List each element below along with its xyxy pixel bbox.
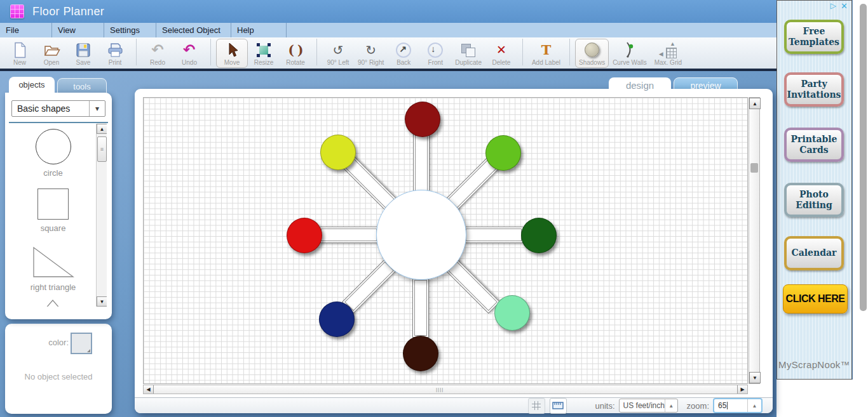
node-circle-east[interactable] bbox=[521, 218, 557, 253]
grid-toggle-button[interactable] bbox=[528, 398, 545, 414]
send-back-button[interactable]: ↗ Back bbox=[388, 39, 419, 68]
scrollbar-grip-icon[interactable]: |||| bbox=[436, 387, 444, 392]
partial-shape-icon bbox=[44, 299, 63, 307]
spinner-up-icon: ▲ bbox=[747, 399, 761, 412]
toolbar-separator bbox=[316, 39, 317, 65]
myscrapnook-logo: MyScrapNook™ bbox=[777, 359, 851, 370]
toolbar-separator bbox=[136, 39, 137, 65]
shape-item-circle[interactable]: circle bbox=[10, 129, 96, 178]
resize-button[interactable]: Resize bbox=[248, 39, 280, 68]
tab-objects[interactable]: objects bbox=[9, 77, 55, 95]
shadows-icon bbox=[585, 43, 599, 57]
save-button[interactable]: Save bbox=[67, 39, 99, 68]
toolbar-bottom-edge bbox=[0, 69, 776, 71]
ad-click-here-button[interactable]: CLICK HERE bbox=[783, 284, 848, 314]
ad-close-icon[interactable]: ✕ bbox=[841, 1, 848, 11]
canvas-status-bar: units: US feet/inch ▲ zoom: 65 ▲ bbox=[135, 397, 773, 413]
node-circle-southeast[interactable] bbox=[494, 295, 530, 331]
node-circle-west[interactable] bbox=[287, 218, 322, 253]
ad-button-free-templates[interactable]: Free Templates bbox=[784, 20, 844, 54]
browser-scrollbar-thumb[interactable] bbox=[860, 4, 867, 311]
delete-button[interactable]: ✕ Delete bbox=[485, 39, 517, 68]
open-button[interactable]: Open bbox=[36, 39, 67, 68]
scroll-up-button[interactable]: ▲ bbox=[97, 124, 107, 134]
add-label-button[interactable]: T Add Label bbox=[528, 39, 564, 68]
wall-north[interactable] bbox=[413, 133, 430, 193]
scroll-up-button[interactable]: ▲ bbox=[749, 98, 761, 109]
scroll-up-icon: ▲ bbox=[752, 101, 757, 107]
scroll-left-button[interactable]: ◀ bbox=[144, 385, 154, 394]
menu-view[interactable]: View bbox=[52, 23, 104, 37]
node-circle-north[interactable] bbox=[405, 102, 440, 137]
ad-button-party-invitations[interactable]: Party Invitations bbox=[784, 72, 844, 107]
wall-west[interactable] bbox=[319, 227, 379, 243]
delete-icon: ✕ bbox=[496, 41, 506, 58]
scroll-down-button[interactable]: ▼ bbox=[749, 372, 761, 383]
wall-east[interactable] bbox=[464, 227, 524, 243]
print-button[interactable]: Print bbox=[99, 39, 131, 68]
node-circle-northeast[interactable] bbox=[485, 135, 521, 171]
chevron-down-icon: ▾ bbox=[89, 101, 105, 116]
curve-walls-button[interactable]: Curve Walls bbox=[609, 39, 651, 68]
shape-item-square[interactable]: square bbox=[10, 189, 96, 233]
scroll-left-icon: ◀ bbox=[146, 387, 150, 392]
move-button[interactable]: Move bbox=[216, 39, 248, 68]
scrollbar-thumb[interactable] bbox=[750, 163, 758, 173]
scrollbar-thumb[interactable]: ≡ bbox=[97, 136, 107, 162]
zoom-input[interactable]: 65 ▲ bbox=[713, 398, 763, 413]
scroll-down-icon: ▼ bbox=[100, 299, 105, 305]
rotate-90-right-button[interactable]: ↻ 90° Right bbox=[354, 39, 388, 68]
canvas-horizontal-scrollbar[interactable]: ◀ |||| ▶ bbox=[143, 385, 748, 394]
node-circle-south[interactable] bbox=[403, 336, 438, 371]
rotate-right-icon: ↻ bbox=[365, 41, 376, 58]
color-label: color: bbox=[48, 338, 69, 347]
duplicate-icon bbox=[461, 43, 476, 57]
menu-help[interactable]: Help bbox=[231, 23, 287, 37]
duplicate-button[interactable]: Duplicate bbox=[451, 39, 485, 68]
adchoices-icon[interactable]: ▷ bbox=[831, 1, 836, 10]
node-circle-southwest[interactable] bbox=[319, 301, 355, 337]
rotate-90-left-button[interactable]: ↺ 90° Left bbox=[322, 39, 354, 68]
add-label-icon: T bbox=[541, 41, 552, 58]
shape-item-partial[interactable] bbox=[10, 299, 96, 307]
menu-selected-object[interactable]: Selected Object bbox=[156, 23, 231, 37]
wall-southwest[interactable] bbox=[342, 259, 397, 314]
color-swatch[interactable] bbox=[71, 333, 92, 354]
undo-button[interactable]: ↷ Undo bbox=[173, 39, 205, 68]
units-dropdown[interactable]: US feet/inch ▲ bbox=[619, 399, 678, 413]
drawing-area[interactable] bbox=[143, 97, 748, 384]
menu-file[interactable]: File bbox=[0, 23, 52, 37]
text-caret bbox=[727, 402, 728, 409]
swatch-corner-icon bbox=[87, 349, 90, 352]
shape-item-right-triangle[interactable]: right triangle bbox=[10, 246, 96, 292]
redo-button[interactable]: ↶ Redo bbox=[142, 39, 173, 68]
print-icon bbox=[107, 41, 124, 58]
save-floppy-icon bbox=[76, 41, 91, 58]
max-grid-button[interactable]: ▲◀ Max. Grid bbox=[651, 39, 686, 68]
rotate-button[interactable]: ( ) Rotate bbox=[280, 39, 311, 68]
scroll-down-button[interactable]: ▼ bbox=[97, 296, 107, 307]
wall-south[interactable] bbox=[412, 278, 429, 338]
grid-icon bbox=[532, 401, 541, 410]
scroll-right-button[interactable]: ▶ bbox=[737, 385, 747, 394]
node-circle-northwest[interactable] bbox=[320, 135, 356, 170]
shape-category-dropdown[interactable]: Basic shapes ▾ bbox=[11, 100, 105, 117]
ad-button-calendar[interactable]: Calendar bbox=[784, 236, 844, 270]
tab-design[interactable]: design bbox=[609, 77, 671, 94]
wall-southeast[interactable] bbox=[445, 259, 500, 314]
shadows-button[interactable]: Shadows bbox=[575, 39, 609, 68]
front-icon: ↓ bbox=[428, 43, 443, 58]
ad-button-printable-cards[interactable]: Printable Cards bbox=[784, 128, 844, 162]
scroll-down-icon: ▼ bbox=[752, 375, 757, 381]
toolbar-separator bbox=[522, 39, 523, 65]
canvas-vertical-scrollbar[interactable]: ▲ ▼ bbox=[749, 97, 760, 384]
center-room-circle[interactable] bbox=[376, 190, 466, 280]
shape-list-scrollbar[interactable]: ▲ ≡ ▼ bbox=[96, 124, 107, 307]
menu-settings[interactable]: Settings bbox=[104, 23, 156, 37]
scroll-right-icon: ▶ bbox=[740, 387, 744, 392]
bring-front-button[interactable]: ↓ Front bbox=[419, 39, 451, 68]
new-button[interactable]: New bbox=[4, 39, 36, 68]
ruler-toggle-button[interactable] bbox=[550, 398, 567, 414]
curve-walls-icon bbox=[624, 41, 635, 58]
ad-button-photo-editing[interactable]: Photo Editing bbox=[784, 183, 844, 217]
